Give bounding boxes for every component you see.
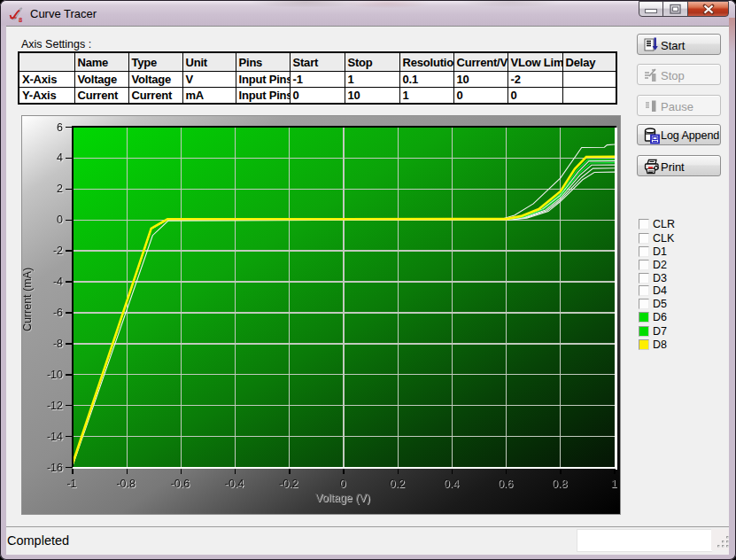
svg-text:-12: -12 — [47, 400, 63, 412]
svg-text:-0.6: -0.6 — [171, 478, 190, 490]
svg-text:-14: -14 — [47, 431, 63, 443]
svg-text:6: 6 — [57, 121, 63, 134]
svg-text:4: 4 — [57, 152, 63, 164]
svg-text:Voltage (V): Voltage (V) — [315, 492, 370, 504]
svg-text:2: 2 — [57, 183, 63, 195]
svg-text:-2: -2 — [53, 245, 63, 257]
svg-text:0.8: 0.8 — [552, 478, 567, 490]
svg-text:-1: -1 — [66, 478, 76, 490]
svg-text:-8: -8 — [53, 338, 63, 350]
svg-text:1: 1 — [611, 478, 617, 490]
svg-text:8: 8 — [19, 16, 22, 23]
svg-text:Current (mA): Current (mA) — [21, 268, 34, 331]
svg-text:0.6: 0.6 — [498, 478, 513, 490]
svg-text:-0.2: -0.2 — [279, 478, 298, 490]
svg-text:-10: -10 — [47, 369, 63, 381]
svg-text:-4: -4 — [53, 276, 63, 288]
svg-text:-6: -6 — [53, 307, 63, 319]
svg-text:-0.4: -0.4 — [225, 478, 244, 490]
svg-text:0.4: 0.4 — [444, 478, 459, 490]
svg-text:0.2: 0.2 — [390, 478, 405, 490]
svg-text:0: 0 — [57, 214, 63, 226]
svg-text:-0.8: -0.8 — [116, 478, 136, 490]
svg-text:0: 0 — [340, 478, 346, 490]
svg-text:-16: -16 — [47, 462, 63, 474]
